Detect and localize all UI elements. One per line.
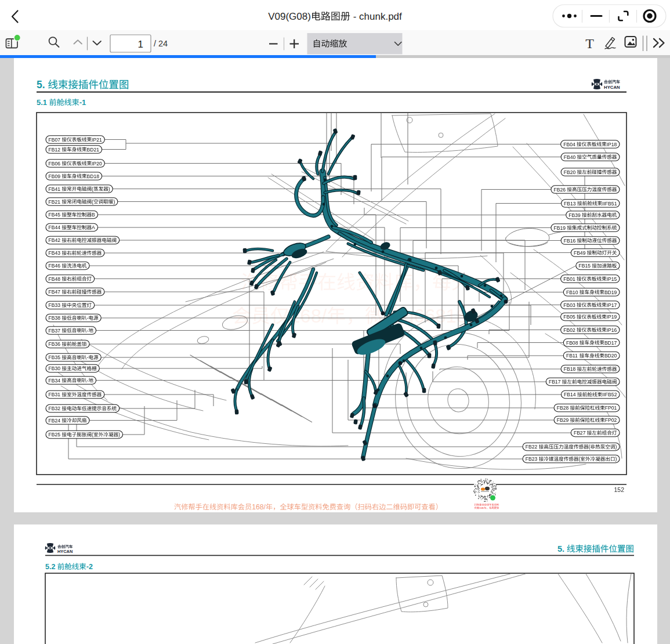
svg-text:IP17: IP17 (607, 302, 617, 308)
svg-text:IP21: IP21 (92, 137, 102, 143)
svg-text:-1: -1 (79, 98, 86, 107)
svg-text:-2: -2 (86, 563, 93, 571)
svg-text:FB34: FB34 (49, 378, 61, 383)
svg-text:(: ( (92, 186, 93, 192)
svg-text:FP01: FP01 (605, 405, 617, 411)
svg-text:FB04: FB04 (563, 142, 575, 147)
svg-text:(: ( (579, 456, 581, 462)
svg-text:FB06: FB06 (49, 161, 61, 167)
svg-text:IIFB52: IIFB52 (602, 392, 617, 397)
svg-text:FB19: FB19 (554, 225, 566, 231)
svg-text:HYCAN: HYCAN (604, 85, 620, 90)
svg-text:BD19: BD19 (604, 290, 617, 295)
svg-text:FB05: FB05 (563, 314, 575, 320)
svg-text:FB15: FB15 (579, 263, 591, 269)
svg-text:-: - (87, 354, 89, 360)
svg-text:-: - (87, 378, 89, 383)
svg-text:FB02: FB02 (563, 327, 575, 333)
svg-text:(: ( (589, 444, 591, 450)
svg-text:FB47: FB47 (49, 289, 61, 295)
svg-text:HYCAN: HYCAN (57, 549, 73, 554)
svg-text:5.2: 5.2 (45, 563, 55, 571)
svg-text:FB29: FB29 (557, 417, 569, 423)
svg-text:FB13: FB13 (564, 201, 576, 207)
svg-text:): ) (113, 199, 115, 205)
svg-text:FB01: FB01 (563, 276, 575, 282)
svg-text:5.: 5. (557, 544, 564, 553)
svg-text:1: 1 (138, 39, 143, 50)
svg-text:FB36: FB36 (49, 341, 61, 347)
svg-text:FB49: FB49 (574, 250, 586, 256)
svg-text:FB26: FB26 (554, 187, 566, 193)
svg-text:/ 24: / 24 (154, 39, 168, 48)
svg-text:FB20: FB20 (564, 169, 576, 175)
svg-text:168/: 168/ (252, 503, 266, 511)
svg-text:FB25: FB25 (49, 432, 61, 437)
svg-text:-: - (87, 315, 89, 321)
svg-text:FB27: FB27 (574, 430, 586, 436)
svg-text:FB24: FB24 (49, 418, 61, 424)
svg-text:IP16: IP16 (607, 327, 617, 333)
svg-text:5.1: 5.1 (37, 98, 47, 107)
svg-text:FB48: FB48 (49, 276, 61, 282)
svg-text:B: B (92, 212, 95, 218)
svg-text:FB14: FB14 (564, 392, 576, 397)
svg-text:A: A (92, 225, 95, 230)
svg-text:FB37: FB37 (49, 328, 61, 334)
svg-text:IP20: IP20 (92, 161, 102, 167)
svg-text:FB28: FB28 (557, 405, 569, 411)
svg-text:FB35: FB35 (49, 354, 61, 360)
svg-text:5.: 5. (37, 79, 45, 91)
svg-text:FB09: FB09 (49, 173, 61, 179)
svg-text:IP19: IP19 (607, 314, 617, 320)
svg-text:BD17: BD17 (604, 340, 617, 346)
svg-text:BD20: BD20 (604, 353, 617, 359)
svg-text:FB31: FB31 (49, 392, 61, 397)
svg-text:(: ( (92, 199, 93, 205)
svg-text:- chunk.pdf: - chunk.pdf (353, 11, 402, 22)
svg-text:): ) (615, 456, 617, 462)
svg-text:FB33: FB33 (49, 302, 61, 308)
svg-text:FB30: FB30 (49, 366, 61, 371)
svg-text:FB46: FB46 (49, 263, 61, 269)
svg-text:FB21: FB21 (49, 199, 61, 205)
svg-text:FB07: FB07 (49, 137, 61, 143)
svg-text:FB42: FB42 (49, 237, 61, 243)
svg-text:FB44: FB44 (49, 225, 61, 230)
svg-text:FB32: FB32 (49, 406, 61, 411)
svg-text:FB45: FB45 (49, 212, 61, 218)
svg-text:FB16: FB16 (564, 238, 576, 244)
svg-text:FP02: FP02 (605, 417, 617, 423)
svg-text:FB10: FB10 (566, 290, 578, 295)
svg-text:): ) (615, 444, 617, 450)
svg-text:FB43: FB43 (49, 250, 61, 256)
svg-text:V09(G08): V09(G08) (268, 11, 311, 22)
svg-text:168/: 168/ (479, 506, 484, 509)
svg-text:): ) (108, 186, 110, 192)
svg-text:IIFB51: IIFB51 (602, 201, 617, 207)
svg-text:): ) (118, 432, 120, 437)
svg-text:FB23: FB23 (526, 456, 538, 462)
svg-text:FB03: FB03 (563, 302, 575, 308)
svg-text:BD18: BD18 (87, 173, 100, 179)
svg-text:FB41: FB41 (49, 186, 61, 192)
svg-text:FB11: FB11 (566, 353, 578, 359)
svg-text:T: T (585, 36, 594, 51)
svg-text:FB17: FB17 (549, 379, 561, 385)
svg-text:FB22: FB22 (526, 444, 538, 450)
svg-text:FB40: FB40 (564, 154, 576, 160)
svg-text:FB18: FB18 (564, 366, 576, 372)
svg-text:(: ( (92, 432, 93, 437)
svg-text:IP15: IP15 (607, 276, 617, 282)
svg-text:-: - (87, 328, 89, 334)
svg-text:FB39: FB39 (568, 212, 581, 218)
svg-text:FB38: FB38 (49, 315, 61, 321)
svg-text:IP18: IP18 (607, 142, 617, 147)
svg-text:152: 152 (614, 486, 625, 493)
svg-text:FB12: FB12 (49, 147, 61, 153)
svg-text:FB08: FB08 (566, 340, 578, 346)
svg-text:BD21: BD21 (87, 147, 100, 153)
